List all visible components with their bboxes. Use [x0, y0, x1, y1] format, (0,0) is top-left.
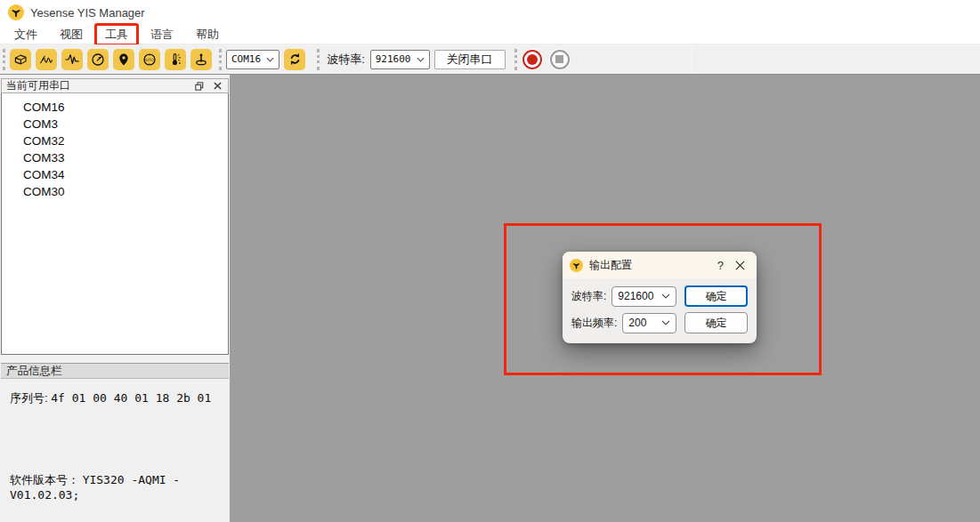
- software-version-line: 软件版本号： YIS320 -AQMI -V01.02.03;: [10, 472, 229, 502]
- output-config-dialog: 输出配置 ? 波特率: 921600 确定 输出频率: 200: [563, 252, 757, 343]
- serial-number-value: 4f 01 00 40 01 18 2b 01: [51, 391, 211, 405]
- chevron-down-icon: [417, 57, 425, 62]
- baud-rate-label: 波特率:: [327, 52, 365, 68]
- dialog-body: 波特率: 921600 确定 输出频率: 200 确定: [563, 278, 757, 333]
- dock-panel-titlebar: 当前可用串口: [1, 78, 229, 93]
- dialog-baud-value: 921600: [618, 290, 653, 302]
- port-list-item[interactable]: COM32: [2, 133, 228, 149]
- toolbar-drag-handle[interactable]: [3, 49, 5, 70]
- baud-rate-row: 波特率: 921600 确定: [571, 285, 748, 307]
- port-list-item[interactable]: COM3: [2, 116, 228, 133]
- app-window: Yesense YIS Manager 文件 视图 工具 语言 帮助: [0, 0, 980, 522]
- dialog-titlebar: 输出配置 ?: [563, 252, 757, 278]
- toolbar-drag-handle[interactable]: [514, 49, 517, 70]
- output-rate-row: 输出频率: 200 确定: [571, 312, 748, 333]
- close-panel-icon[interactable]: [211, 80, 223, 92]
- angle-wave-icon[interactable]: [36, 49, 57, 70]
- window-title: Yesense YIS Manager: [30, 6, 145, 20]
- menu-tools[interactable]: 工具: [100, 26, 134, 44]
- dock-panel-title: 当前可用串口: [6, 78, 188, 93]
- refresh-icon[interactable]: [284, 49, 305, 70]
- toolbar: UTC COM16: [0, 44, 980, 75]
- serial-number-line: 序列号: 4f 01 00 40 01 18 2b 01: [10, 390, 229, 406]
- port-list-item[interactable]: COM16: [2, 99, 228, 116]
- float-panel-icon[interactable]: [193, 80, 206, 92]
- app-logo-icon: [8, 4, 24, 20]
- toolbar-drag-handle[interactable]: [317, 49, 320, 70]
- baud-rate-value: 921600: [376, 53, 411, 65]
- menu-bar: 文件 视图 工具 语言 帮助: [0, 25, 980, 44]
- dialog-help-button[interactable]: ?: [709, 259, 732, 272]
- toolbar-drag-handle[interactable]: [219, 49, 222, 70]
- dialog-output-rate-ok-button[interactable]: 确定: [684, 312, 748, 333]
- dialog-baud-select[interactable]: 921600: [611, 286, 676, 307]
- toolbar-separator: [692, 45, 692, 73]
- dialog-baud-label: 波特率:: [571, 289, 606, 304]
- record-icon[interactable]: [522, 49, 543, 70]
- menu-help[interactable]: 帮助: [190, 26, 224, 44]
- com-port-value: COM16: [231, 53, 261, 65]
- menu-view[interactable]: 视图: [54, 26, 88, 44]
- serial-port-list: COM16 COM3 COM32 COM33 COM34 COM30: [1, 93, 229, 355]
- stop-icon[interactable]: [549, 49, 571, 70]
- software-version-label: 软件版本号：: [10, 473, 79, 486]
- dialog-output-rate-label: 输出频率:: [571, 316, 617, 331]
- product-info-body: 序列号: 4f 01 00 40 01 18 2b 01 软件版本号： YIS3…: [1, 379, 229, 522]
- close-serial-button[interactable]: 关闭串口: [434, 50, 506, 69]
- menu-file[interactable]: 文件: [9, 26, 43, 44]
- serial-port-dock-panel: 当前可用串口 COM16 COM3 COM32 COM33 COM34 COM3…: [0, 75, 230, 522]
- dialog-logo-icon: [570, 259, 583, 272]
- location-pin-icon[interactable]: [113, 49, 134, 70]
- port-list-item[interactable]: COM34: [2, 166, 228, 183]
- dock-splitter[interactable]: [1, 355, 229, 363]
- product-info-header: 产品信息栏: [1, 363, 229, 379]
- chevron-down-icon: [661, 293, 670, 299]
- gauge-icon[interactable]: [87, 49, 109, 70]
- com-port-select[interactable]: COM16: [226, 50, 279, 69]
- thermometer-icon[interactable]: [165, 49, 186, 70]
- cube-3d-icon[interactable]: [10, 49, 31, 70]
- menu-language[interactable]: 语言: [145, 26, 179, 44]
- dialog-baud-ok-button[interactable]: 确定: [684, 285, 748, 307]
- baud-rate-select[interactable]: 921600: [370, 50, 430, 69]
- dialog-title: 输出配置: [589, 258, 709, 273]
- svg-text:UTC: UTC: [146, 57, 154, 61]
- title-bar: Yesense YIS Manager: [0, 0, 980, 25]
- chevron-down-icon: [266, 57, 274, 62]
- pulse-wave-icon[interactable]: [61, 49, 83, 70]
- port-list-item[interactable]: COM33: [2, 149, 228, 166]
- serial-number-label: 序列号:: [10, 391, 48, 405]
- dialog-close-icon[interactable]: [732, 257, 748, 273]
- probe-icon[interactable]: [190, 49, 212, 70]
- port-list-item[interactable]: COM30: [2, 183, 228, 200]
- chevron-down-icon: [661, 320, 670, 325]
- dialog-output-rate-select[interactable]: 200: [622, 313, 676, 333]
- dialog-output-rate-value: 200: [628, 317, 646, 329]
- utc-clock-icon[interactable]: UTC: [139, 49, 160, 70]
